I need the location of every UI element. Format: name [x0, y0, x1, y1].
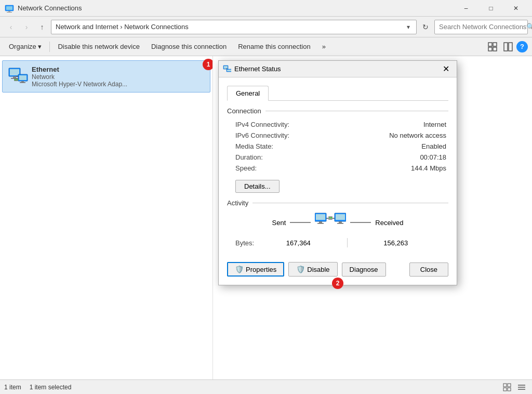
svg-point-37	[329, 217, 330, 218]
selected-count: 1 item selected	[30, 384, 72, 391]
details-button[interactable]: Details...	[235, 180, 280, 193]
more-button[interactable]: »	[317, 40, 330, 54]
table-row: IPv4 Connectivity: Internet	[227, 119, 448, 130]
status-details-view-button[interactable]	[515, 381, 528, 393]
svg-rect-25	[227, 70, 231, 71]
toolbar: Organize ▾ Disable this network device D…	[0, 37, 532, 56]
close-dialog-button[interactable]: Close	[409, 262, 448, 277]
window-controls: – □ ✕	[454, 0, 528, 17]
bytes-sent-value: 167,364	[254, 239, 342, 247]
address-bar: ‹ › ↑ Network and Internet › Network Con…	[0, 17, 532, 37]
svg-rect-11	[10, 69, 19, 75]
file-pane: Ethernet Network Microsoft Hyper-V Netwo…	[0, 56, 213, 379]
up-button[interactable]: ↑	[35, 20, 49, 34]
item-count: 1 item	[4, 384, 21, 391]
section-divider	[265, 111, 448, 111]
diagnose-button[interactable]: Diagnose this connection	[147, 40, 231, 54]
properties-button[interactable]: 🛡️ Properties	[227, 262, 284, 277]
bytes-row: Bytes: 167,364 156,263	[227, 238, 448, 247]
rename-button[interactable]: Rename this connection	[233, 40, 315, 54]
connection-info-table: IPv4 Connectivity: Internet IPv6 Connect…	[227, 119, 448, 174]
close-button[interactable]: ✕	[504, 0, 528, 17]
tab-general[interactable]: General	[227, 86, 269, 101]
network-visual-icon	[315, 211, 346, 234]
view-icon	[488, 42, 497, 51]
activity-label: Activity	[227, 199, 248, 207]
svg-rect-4	[488, 43, 492, 46]
file-item-info: Ethernet Network Microsoft Hyper-V Netwo…	[32, 65, 206, 88]
table-row: IPv6 Connectivity: No network access	[227, 130, 448, 141]
status-bar: 1 item 1 item selected	[0, 379, 532, 394]
forward-button[interactable]: ›	[20, 20, 33, 34]
refresh-button[interactable]: ↻	[419, 20, 432, 34]
media-state-value: Enabled	[340, 141, 448, 152]
activity-visual: Sent	[227, 211, 448, 234]
svg-rect-3	[7, 12, 12, 12]
svg-rect-40	[508, 384, 511, 387]
minimize-button[interactable]: –	[454, 0, 478, 17]
table-row: Media State: Enabled	[227, 141, 448, 152]
svg-rect-12	[13, 76, 16, 78]
badge-2: 2	[332, 278, 343, 289]
svg-rect-5	[493, 43, 497, 46]
connection-section-header: Connection	[227, 107, 448, 115]
activity-divider	[252, 203, 448, 203]
address-chevron-icon[interactable]: ▾	[407, 23, 410, 31]
dialog-footer: 🛡️ Properties 🛡️ Disable Diagnose Close …	[219, 256, 457, 285]
received-line	[350, 222, 371, 223]
ethernet-icon	[7, 64, 32, 89]
svg-rect-9	[509, 43, 512, 51]
activity-section-header: Activity	[227, 199, 448, 207]
bytes-received-value: 156,263	[352, 239, 440, 247]
help-button[interactable]: ?	[516, 41, 528, 52]
svg-point-38	[331, 217, 332, 218]
organize-button[interactable]: Organize ▾	[4, 40, 46, 54]
item-name: Ethernet	[32, 65, 206, 73]
svg-rect-16	[21, 81, 24, 82]
svg-rect-7	[493, 47, 497, 51]
media-state-label: Media State:	[227, 141, 340, 152]
toolbar-separator-1	[49, 42, 50, 52]
ipv4-label: IPv4 Connectivity:	[227, 119, 340, 130]
table-row: Speed: 144.4 Mbps	[227, 163, 448, 174]
svg-rect-41	[503, 388, 507, 391]
pane-button[interactable]	[501, 40, 515, 54]
item-description: Microsoft Hyper-V Network Adap...	[32, 81, 206, 88]
dialog-icon	[223, 64, 231, 74]
title-bar: Network Connections – □ ✕	[0, 0, 532, 17]
status-list-view-button[interactable]	[501, 381, 513, 393]
dialog-close-button[interactable]: ✕	[439, 62, 453, 76]
svg-point-20	[15, 80, 16, 81]
svg-point-21	[17, 80, 18, 81]
ipv6-value: No network access	[340, 130, 448, 141]
svg-rect-17	[20, 82, 25, 83]
tab-bar: General	[227, 86, 448, 101]
item-subtitle: Network	[32, 73, 206, 81]
maximize-button[interactable]: □	[479, 0, 503, 17]
search-icon: 🔍	[526, 23, 532, 31]
svg-rect-32	[336, 214, 345, 220]
disable-button[interactable]: 🛡️ Disable	[288, 262, 337, 277]
ipv4-value: Internet	[340, 119, 448, 130]
ethernet-status-dialog: Ethernet Status ✕ General Connection IPv…	[218, 60, 457, 285]
view-options-button[interactable]	[485, 40, 500, 54]
svg-rect-39	[503, 384, 507, 387]
back-button[interactable]: ‹	[4, 20, 18, 34]
disable-network-button[interactable]: Disable this network device	[53, 40, 144, 54]
badge-1: 1	[203, 59, 213, 70]
diagnose-dialog-button[interactable]: Diagnose	[342, 262, 386, 277]
sent-line	[290, 222, 311, 223]
search-input[interactable]	[439, 23, 526, 31]
list-item[interactable]: Ethernet Network Microsoft Hyper-V Netwo…	[2, 60, 210, 93]
svg-rect-15	[19, 75, 26, 80]
breadcrumb-text: Network and Internet › Network Connectio…	[56, 23, 405, 31]
search-box[interactable]: 🔍	[434, 20, 528, 34]
table-row: Duration: 00:07:18	[227, 152, 448, 163]
svg-rect-42	[508, 388, 511, 391]
status-bar-right	[501, 381, 528, 393]
pane-icon	[503, 42, 513, 51]
details-view-icon	[517, 383, 526, 391]
shield-disable-icon: 🛡️	[296, 265, 305, 273]
list-view-icon	[503, 383, 511, 391]
address-input[interactable]: Network and Internet › Network Connectio…	[51, 20, 417, 34]
